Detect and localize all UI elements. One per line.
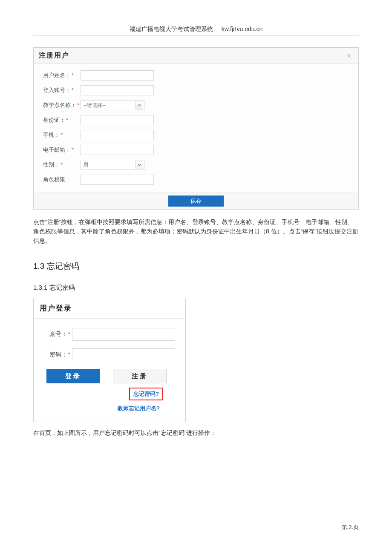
gender-label: 性别：*: [43, 161, 81, 169]
login-button[interactable]: 登录: [46, 369, 100, 383]
login-body: 账号：* 密码：* 登录 注册 忘记密码? 教师忘记用户名?: [34, 319, 185, 422]
role-label: 角色权限：: [43, 176, 81, 184]
login-password-input[interactable]: [72, 348, 175, 361]
paragraph-register-desc: 点击“注册”按钮，在弹框中按照要求填写所需信息：用户名、登录账号、教学点名称、身…: [33, 217, 359, 245]
header-divider: [33, 35, 359, 35]
school-select-value: --请选择--: [84, 102, 106, 109]
chevron-down-icon: [135, 101, 143, 109]
login-links: 忘记密码? 教师忘记用户名?: [44, 388, 175, 420]
login-account-label: 账号：*: [44, 331, 72, 338]
idcard-label: 身份证：*: [43, 116, 81, 124]
school-select[interactable]: --请选择--: [81, 100, 144, 110]
close-icon[interactable]: ✕: [345, 52, 353, 59]
login-header: 用户登录: [34, 298, 185, 319]
modal-header: 注册用户 ✕: [34, 48, 358, 64]
login-account-input[interactable]: [72, 328, 175, 341]
register-button[interactable]: 注册: [113, 369, 167, 383]
gender-select[interactable]: 男: [81, 160, 144, 170]
save-button[interactable]: 保存: [168, 196, 224, 207]
teacher-forgot-link[interactable]: 教师忘记用户名?: [44, 405, 163, 412]
section-1-3-1-heading: 1.3.1 忘记密码: [33, 284, 359, 292]
page-number: 第.2.页: [342, 523, 359, 531]
email-label: 电子邮箱：*: [43, 146, 81, 154]
login-title: 用户登录: [40, 304, 72, 312]
role-input[interactable]: [81, 175, 154, 185]
username-label: 用户姓名：*: [43, 72, 81, 79]
gender-select-value: 男: [84, 161, 89, 169]
login-box: 用户登录 账号：* 密码：* 登录 注册 忘记密码? 教师忘记用户名?: [33, 298, 186, 422]
forgot-password-link[interactable]: 忘记密码?: [129, 388, 163, 400]
header-title: 福建广播电视大学考试管理系统: [130, 26, 213, 32]
register-modal: 注册用户 ✕ 用户姓名：* 登入账号：* 教学点名称：*: [33, 47, 359, 210]
account-label: 登入账号：*: [43, 86, 81, 94]
chevron-down-icon: [135, 161, 143, 169]
paragraph-forgot-desc: 在首页，如上图所示，用户忘记密码时可以点击“忘记密码”进行操作：: [33, 428, 359, 437]
phone-input[interactable]: [81, 130, 154, 140]
idcard-input[interactable]: [81, 115, 154, 125]
phone-label: 手机：*: [43, 131, 81, 139]
email-input[interactable]: [81, 145, 154, 155]
section-1-3-heading: 1.3 忘记密码: [33, 261, 359, 272]
username-input[interactable]: [81, 70, 154, 81]
modal-body: 用户姓名：* 登入账号：* 教学点名称：* --请选择--: [34, 64, 358, 193]
school-label: 教学点名称：*: [43, 101, 81, 109]
page-header: 福建广播电视大学考试管理系统 kw.fjrtvu.edu.cn: [33, 26, 359, 33]
account-input[interactable]: [81, 85, 154, 95]
login-password-label: 密码：*: [44, 351, 72, 359]
modal-footer: 保存: [34, 193, 358, 209]
modal-title: 注册用户: [39, 51, 69, 60]
header-url: kw.fjrtvu.edu.cn: [222, 26, 263, 32]
